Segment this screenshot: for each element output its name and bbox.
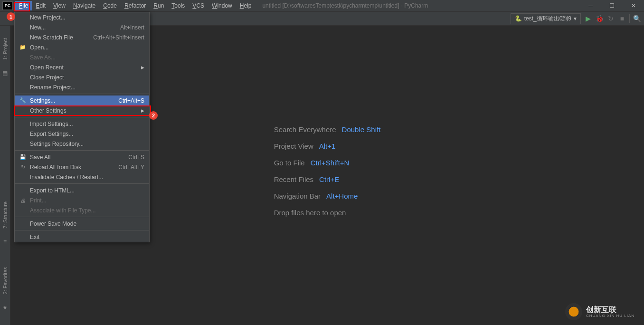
submenu-arrow-icon: ▶ [141, 108, 144, 113]
watermark-text: 创新互联 [586, 306, 635, 314]
menu-separator [15, 94, 149, 94]
menu-item-icon: 🖨 [19, 198, 26, 203]
menu-item-export-to-html[interactable]: Export to HTML... [15, 185, 149, 195]
menu-item-label: Power Save Mode [30, 220, 76, 227]
menu-run[interactable]: Run [150, 1, 168, 10]
watermark-logo [565, 303, 582, 320]
maximize-button[interactable]: ☐ [601, 0, 623, 12]
menu-item-label: Associate with File Type... [30, 207, 96, 214]
menu-item-label: Rename Project... [30, 84, 76, 91]
menu-separator [15, 230, 149, 230]
run-config-selector[interactable]: 🐍 test_循环输出0到9 ▾ [511, 13, 581, 24]
menu-item-exit[interactable]: Exit [15, 232, 149, 242]
hint-row: Recent FilesCtrl+E [274, 175, 381, 183]
menu-item-label: Close Project [30, 74, 64, 81]
menu-item-label: Exit [30, 234, 39, 240]
stop-button[interactable]: ■ [618, 14, 626, 23]
menu-tools[interactable]: Tools [168, 1, 189, 10]
menu-item-settings[interactable]: 🔧Settings...Ctrl+Alt+S [15, 96, 149, 105]
menu-view[interactable]: View [49, 1, 69, 10]
hint-row: Drop files here to open [274, 209, 381, 217]
menu-item-icon: 💾 [19, 154, 26, 160]
hint-shortcut: Alt+1 [319, 142, 336, 150]
menu-edit[interactable]: Edit [32, 1, 49, 10]
run-button[interactable]: ▶ [584, 14, 592, 23]
hint-row: Project ViewAlt+1 [274, 142, 381, 150]
python-icon: 🐍 [515, 15, 522, 22]
annotation-badge-2: 2 [149, 111, 158, 120]
hint-label: Project View [274, 142, 313, 150]
menu-item-rename-project[interactable]: Rename Project... [15, 82, 149, 92]
window-title: untitled [D:\softwaresTemptestk\pycharmt… [262, 2, 428, 9]
menu-code[interactable]: Code [99, 1, 121, 10]
hint-row: Navigation BarAlt+Home [274, 192, 381, 200]
watermark-subtext: CHUANG XIN HU LIAN [586, 314, 635, 318]
menu-item-other-settings[interactable]: Other Settings▶ [15, 105, 149, 115]
menu-item-shortcut: Alt+Insert [120, 24, 144, 31]
menu-refactor[interactable]: Refactor [121, 1, 150, 10]
structure-tool-button[interactable]: 7: Structure [2, 199, 8, 231]
menu-window[interactable]: Window [208, 1, 236, 10]
app-logo: PC [2, 1, 13, 10]
menu-item-open[interactable]: 📁Open... [15, 42, 149, 52]
menu-separator [15, 183, 149, 184]
menu-item-label: Reload All from Disk [30, 164, 81, 171]
project-tool-button[interactable]: 1: Project [2, 35, 8, 63]
star-icon: ★ [2, 304, 8, 311]
run-config-name: test_循环输出0到9 [524, 15, 571, 23]
minimize-button[interactable]: ─ [580, 0, 601, 12]
menu-item-open-recent[interactable]: Open Recent▶ [15, 62, 149, 72]
menu-item-close-project[interactable]: Close Project [15, 72, 149, 82]
menu-item-shortcut: Ctrl+Alt+Shift+Insert [93, 34, 144, 41]
window-controls: ─ ☐ ✕ [580, 0, 644, 12]
menu-help[interactable]: Help [236, 1, 256, 10]
menu-item-settings-repository[interactable]: Settings Repository... [15, 139, 149, 149]
menu-item-new[interactable]: New...Alt+Insert [15, 22, 149, 32]
search-button[interactable]: 🔍 [633, 14, 641, 23]
menu-vcs[interactable]: VCS [189, 1, 208, 10]
menu-item-import-settings[interactable]: Import Settings... [15, 119, 149, 129]
menu-item-label: New Project... [30, 14, 66, 21]
menu-item-icon: 🔧 [19, 97, 26, 104]
menu-item-label: New... [30, 24, 46, 31]
favorites-tool-button[interactable]: 2: Favorites [2, 264, 8, 297]
folder-icon: ▤ [2, 70, 8, 76]
menu-separator [15, 217, 149, 217]
hint-label: Search Everywhere [274, 125, 336, 134]
menu-item-icon: 📁 [19, 44, 26, 50]
file-menu-dropdown: New Project...New...Alt+InsertNew Scratc… [14, 12, 150, 242]
menu-navigate[interactable]: Navigate [69, 1, 99, 10]
annotation-badge-1: 1 [7, 12, 15, 21]
menu-item-icon: ↻ [19, 164, 26, 170]
menu-item-shortcut: Ctrl+Alt+Y [118, 164, 144, 171]
menu-item-new-project[interactable]: New Project... [15, 12, 149, 22]
menu-separator [15, 117, 149, 117]
hint-label: Navigation Bar [274, 192, 321, 200]
menu-item-power-save-mode[interactable]: Power Save Mode [15, 219, 149, 229]
menu-item-invalidate-caches-restart[interactable]: Invalidate Caches / Restart... [15, 172, 149, 182]
menu-item-save-all[interactable]: 💾Save AllCtrl+S [15, 152, 149, 162]
menu-item-label: Import Settings... [30, 121, 73, 127]
debug-button[interactable]: 🐞 [595, 14, 604, 23]
hint-shortcut: Double Shift [342, 125, 381, 134]
menu-item-shortcut: Ctrl+S [128, 154, 144, 161]
structure-icon: ≡ [3, 239, 7, 245]
coverage-button[interactable]: ↻ [606, 14, 615, 23]
menu-item-label: Other Settings [30, 107, 66, 114]
close-button[interactable]: ✕ [623, 0, 644, 12]
left-gutter: 1: Project ▤ 7: Structure ≡ 2: Favorites… [0, 26, 10, 325]
hint-row: Search EverywhereDouble Shift [274, 125, 381, 134]
menu-item-reload-all-from-disk[interactable]: ↻Reload All from DiskCtrl+Alt+Y [15, 162, 149, 172]
chevron-down-icon: ▾ [574, 15, 577, 22]
menu-item-label: Export Settings... [30, 131, 73, 137]
menu-item-export-settings[interactable]: Export Settings... [15, 129, 149, 139]
hint-shortcut: Alt+Home [326, 192, 358, 200]
hint-shortcut: Ctrl+Shift+N [311, 159, 350, 167]
menu-item-label: Open Recent [30, 64, 64, 71]
menu-item-label: Settings... [30, 97, 55, 104]
menu-item-label: Settings Repository... [30, 141, 84, 147]
menu-file[interactable]: File [15, 1, 32, 10]
menu-item-print: 🖨Print... [15, 195, 149, 205]
menu-item-new-scratch-file[interactable]: New Scratch FileCtrl+Alt+Shift+Insert [15, 32, 149, 42]
menu-item-label: Export to HTML... [30, 187, 75, 194]
